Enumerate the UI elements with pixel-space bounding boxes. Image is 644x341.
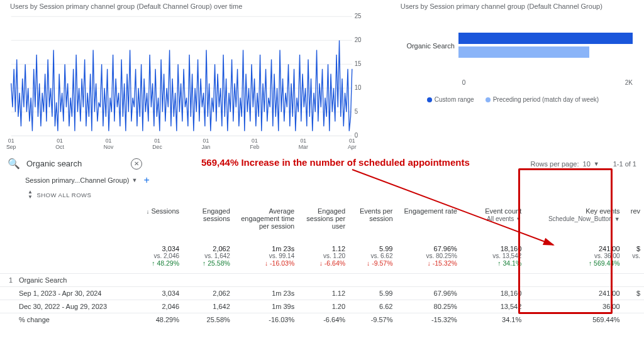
- col-evpersess[interactable]: Events per session: [349, 205, 396, 236]
- col-rev[interactable]: rev: [624, 205, 644, 236]
- svg-text:20: 20: [355, 36, 362, 43]
- bar-chart: Organic Search 0 2K Custom range Precedi…: [396, 13, 639, 154]
- col-sessions[interactable]: ↓ Sessions: [136, 205, 183, 236]
- chevron-down-icon: ▼: [594, 161, 599, 167]
- data-table: ↓ Sessions Engaged sessions Average enga…: [0, 205, 644, 326]
- bar-chart-title: Users by Session primary channel group (…: [401, 3, 639, 10]
- col-avgtime[interactable]: Average engagement time per session: [234, 205, 298, 236]
- svg-text:01: 01: [106, 137, 112, 143]
- svg-text:01: 01: [349, 137, 355, 143]
- svg-text:5: 5: [355, 108, 358, 115]
- svg-text:Mar: Mar: [299, 144, 308, 150]
- svg-text:Feb: Feb: [250, 144, 259, 150]
- bar-custom-range: [458, 33, 633, 44]
- clear-search-button[interactable]: ✕: [131, 158, 142, 170]
- svg-text:Dec: Dec: [152, 144, 162, 150]
- rows-per-page-select[interactable]: 10▼: [583, 160, 599, 168]
- table-row[interactable]: Dec 30, 2022 - Aug 29, 20232,0461,6421m …: [0, 300, 644, 313]
- table-row[interactable]: Sep 1, 2023 - Apr 30, 20243,0342,0621m 2…: [0, 287, 644, 300]
- legend-preceding: Preceding period (match day of week): [486, 96, 599, 103]
- table-row[interactable]: % change48.29%25.58%-16.03%-6.64%-9.57%-…: [0, 313, 644, 327]
- add-dimension-button[interactable]: +: [143, 175, 149, 186]
- bar-axis-min: 0: [462, 79, 466, 86]
- col-engrate[interactable]: Engagement rate: [397, 205, 461, 236]
- bar-category-label: Organic Search: [402, 42, 458, 50]
- svg-text:Apr: Apr: [348, 144, 357, 150]
- svg-text:15: 15: [355, 60, 362, 67]
- svg-text:Oct: Oct: [55, 144, 64, 150]
- show-all-rows-button[interactable]: ▲▼ SHOW ALL ROWS: [0, 187, 644, 205]
- svg-text:01: 01: [300, 137, 306, 143]
- chevron-down-icon: ▼: [131, 177, 137, 183]
- col-engperuser[interactable]: Engaged sessions per user: [298, 205, 349, 236]
- legend-custom: Custom range: [427, 96, 474, 103]
- search-input[interactable]: [25, 158, 126, 169]
- line-chart: 051015202501Sep01Oct01Nov01Dec01Jan01Feb…: [5, 13, 370, 154]
- bar-preceding: [458, 46, 589, 58]
- col-engaged[interactable]: Engaged sessions: [183, 205, 234, 236]
- table-row[interactable]: 1Organic Search: [0, 274, 644, 287]
- svg-text:Nov: Nov: [104, 144, 114, 150]
- rows-per-page-label: Rows per page:: [530, 160, 579, 168]
- svg-text:10: 10: [355, 84, 362, 91]
- svg-text:01: 01: [252, 137, 258, 143]
- svg-text:25: 25: [355, 13, 362, 19]
- col-keyevents[interactable]: Key eventsSchedule_Now_Button▼: [525, 205, 623, 236]
- svg-text:Jan: Jan: [201, 144, 210, 150]
- dimension-chip[interactable]: Session primary...Channel Group)▼: [25, 176, 137, 184]
- svg-text:01: 01: [154, 137, 160, 143]
- col-evcount[interactable]: Event countAll events▼: [461, 205, 525, 236]
- page-info: 1-1 of 1: [613, 160, 636, 168]
- svg-text:01: 01: [203, 137, 209, 143]
- annotation-text: 569,44% Increase in the number of schedu…: [201, 157, 470, 168]
- line-chart-title: Users by Session primary channel group (…: [10, 3, 370, 10]
- svg-text:01: 01: [8, 137, 14, 143]
- search-icon: 🔍: [8, 158, 20, 170]
- svg-text:01: 01: [57, 137, 63, 143]
- svg-text:Sep: Sep: [6, 144, 16, 150]
- bar-axis-max: 2K: [625, 79, 633, 86]
